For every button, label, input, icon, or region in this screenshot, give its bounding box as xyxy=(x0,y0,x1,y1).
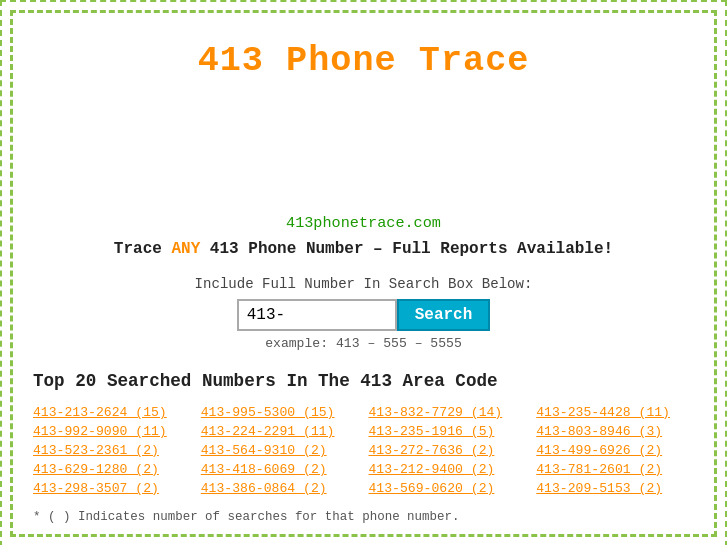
tagline-any: ANY xyxy=(171,240,200,258)
tagline-prefix: Trace xyxy=(114,240,172,258)
number-link[interactable]: 413-803-8946 (3) xyxy=(536,424,694,439)
numbers-grid: 413-213-2624 (15)413-995-5300 (15)413-83… xyxy=(33,405,694,496)
number-link[interactable]: 413-213-2624 (15) xyxy=(33,405,191,420)
number-link[interactable]: 413-499-6926 (2) xyxy=(536,443,694,458)
number-link[interactable]: 413-781-2601 (2) xyxy=(536,462,694,477)
number-link[interactable]: 413-224-2291 (11) xyxy=(201,424,359,439)
number-link[interactable]: 413-523-2361 (2) xyxy=(33,443,191,458)
number-link[interactable]: 413-212-9400 (2) xyxy=(369,462,527,477)
number-link[interactable]: 413-235-4428 (11) xyxy=(536,405,694,420)
number-link[interactable]: 413-298-3507 (2) xyxy=(33,481,191,496)
number-link[interactable]: 413-386-0864 (2) xyxy=(201,481,359,496)
search-button[interactable]: Search xyxy=(397,299,491,331)
number-link[interactable]: 413-209-5153 (2) xyxy=(536,481,694,496)
page-title: 413 Phone Trace xyxy=(198,41,530,81)
number-link[interactable]: 413-418-6069 (2) xyxy=(201,462,359,477)
search-row: Search xyxy=(195,299,533,331)
top-numbers-title: Top 20 Searched Numbers In The 413 Area … xyxy=(33,371,694,391)
number-link[interactable]: 413-832-7729 (14) xyxy=(369,405,527,420)
footnote: * ( ) Indicates number of searches for t… xyxy=(33,510,694,524)
number-link[interactable]: 413-235-1916 (5) xyxy=(369,424,527,439)
number-link[interactable]: 413-272-7636 (2) xyxy=(369,443,527,458)
search-label: Include Full Number In Search Box Below: xyxy=(195,276,533,292)
search-section: Include Full Number In Search Box Below:… xyxy=(195,276,533,351)
number-link[interactable]: 413-569-0620 (2) xyxy=(369,481,527,496)
number-link[interactable]: 413-564-9310 (2) xyxy=(201,443,359,458)
number-link[interactable]: 413-992-9090 (11) xyxy=(33,424,191,439)
site-url: 413phonetrace.com xyxy=(286,214,441,232)
tagline: Trace ANY 413 Phone Number – Full Report… xyxy=(114,240,613,258)
tagline-suffix: 413 Phone Number – Full Reports Availabl… xyxy=(200,240,613,258)
number-link[interactable]: 413-995-5300 (15) xyxy=(201,405,359,420)
search-example: example: 413 – 555 – 5555 xyxy=(195,336,533,351)
page-container: 413 Phone Trace 413phonetrace.com Trace … xyxy=(10,10,717,537)
number-link[interactable]: 413-629-1280 (2) xyxy=(33,462,191,477)
search-input[interactable] xyxy=(237,299,397,331)
